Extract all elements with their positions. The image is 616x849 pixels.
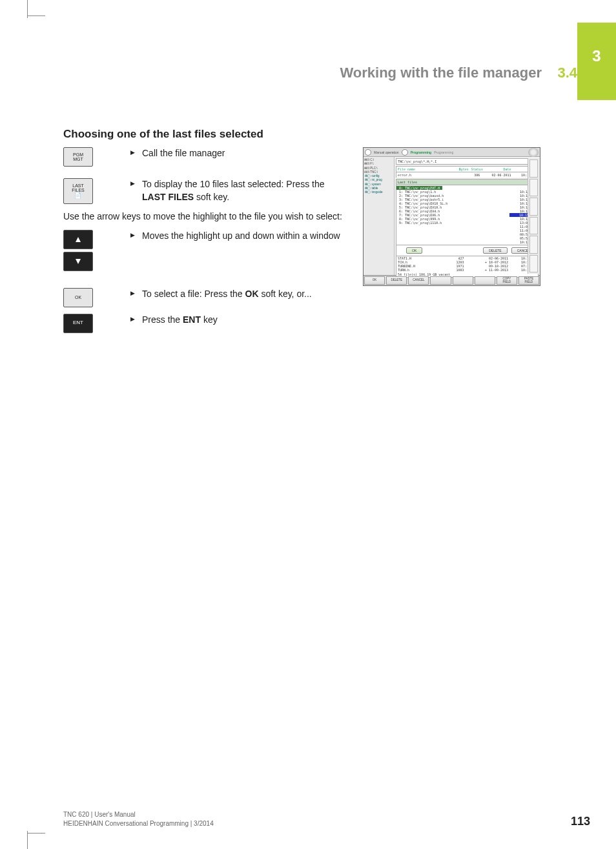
mode-icon-2 [402, 149, 408, 156]
page-number: 113 [571, 815, 590, 828]
arrow-down-icon [76, 259, 81, 264]
ss-mode-mid: Programming [411, 150, 432, 154]
step-last-files: To display the 10 files last selected: P… [130, 178, 350, 203]
ss-mode-sub: Programming [434, 150, 453, 154]
page-footer: TNC 620 | User's Manual HEIDENHAIN Conve… [63, 810, 590, 828]
chapter-number: 3 [592, 47, 601, 65]
header-title: Working with the file manager [340, 65, 542, 81]
file-manager-screenshot: Manual operation Programming Programming… [363, 147, 540, 286]
arrow-up-key[interactable] [63, 230, 93, 249]
arrow-keys-paragraph: Use the arrow keys to move the highlight… [63, 210, 347, 223]
ss-titlebar: Manual operation Programming Programming [364, 148, 540, 157]
last-files-softkey[interactable]: LAST FILES📄 [63, 178, 93, 204]
ss-dialog-buttons: OK DELETE CANCEL [396, 245, 539, 256]
step-moves-highlight: Moves the highlight up and down within a… [130, 230, 340, 243]
mode-icon [365, 149, 371, 156]
ss-dlg-ok[interactable]: OK [406, 247, 422, 254]
ss-panel-title: Last files [396, 179, 539, 185]
ss-folder-tree: ⊞⊡ C:\ ⊞⊡ F:\ ⊞⊡ PLC:\ ⊟⊡ TNC:\ ⊞▢ confi… [364, 157, 395, 275]
step-select-file: To select a file: Press the OK soft key,… [130, 288, 312, 301]
ss-side-softkeys [528, 158, 539, 274]
ss-mode-left: Manual operation [374, 150, 399, 154]
ss-path: TNC:\nc_prog\*.H;*.I [396, 158, 539, 165]
ss-column-headers: File nameBytesStatusDateTime [396, 166, 539, 172]
step-press-ent: Press the ENT key [130, 314, 218, 327]
arrow-up-icon [76, 237, 81, 242]
ss-first-row: error.h38602-06-201110:15:24 [396, 172, 539, 178]
step-call-file-manager: Call the file manager [130, 147, 225, 160]
footer-meta: TNC 620 | User's Manual HEIDENHAIN Conve… [63, 810, 214, 828]
ss-main-panel: TNC:\nc_prog\*.H;*.I File nameBytesStatu… [395, 157, 540, 275]
header-section: 3.4 [557, 65, 577, 81]
ss-below-rows: STAT1.H42702-06-201110:15:24TCH.h1203+ 1… [396, 256, 539, 272]
handwheel-icon [528, 148, 539, 157]
arrow-down-key[interactable] [63, 252, 93, 271]
ok-softkey[interactable]: OK [63, 288, 93, 307]
ss-dlg-delete[interactable]: DELETE [483, 247, 507, 254]
running-header: Working with the file manager 3.4 [216, 65, 577, 81]
chapter-tab: 3 [577, 23, 616, 100]
ent-key[interactable]: ENT [63, 314, 93, 333]
pgm-mgt-softkey[interactable]: PGM MGT [63, 147, 93, 167]
ss-last-files-list: 0: TNC:\nc_prog\PAT.H 1: TNC:\nc_prog\1.… [396, 185, 539, 245]
section-heading: Choosing one of the last files selected [63, 128, 548, 141]
